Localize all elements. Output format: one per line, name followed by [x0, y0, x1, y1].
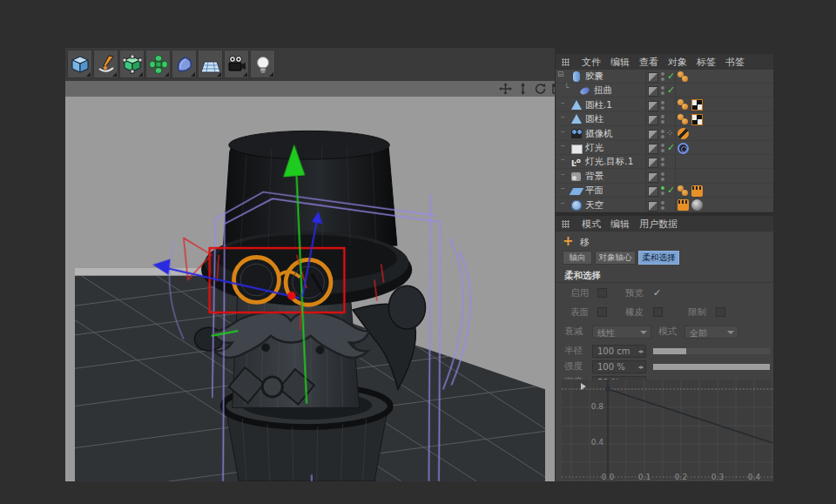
cone-object-icon: [571, 114, 582, 124]
mode-dropdown[interactable]: 全部: [684, 326, 738, 339]
object-row-平面[interactable]: –平面✓: [556, 184, 773, 198]
om-menu-书签[interactable]: 书签: [725, 56, 745, 69]
phong-tag-icon[interactable]: [678, 185, 689, 197]
layer-swatch[interactable]: [648, 72, 658, 83]
enabled-check-icon[interactable]: ✓: [667, 142, 675, 153]
object-row-圆柱[interactable]: –圆柱: [556, 112, 773, 126]
strength-slider[interactable]: [653, 364, 770, 370]
enabled-check-icon[interactable]: ✓: [667, 71, 675, 82]
tab-soft-selection[interactable]: 柔和选择: [638, 251, 679, 265]
gizmo-origin-point[interactable]: [287, 292, 296, 300]
falloff-curve-graph[interactable]: 0.80.40.00.10.20.30.4: [562, 380, 773, 480]
object-row-扭曲[interactable]: └扭曲✓: [556, 84, 773, 97]
am-menu-用户数据[interactable]: 用户数据: [639, 218, 678, 231]
visibility-dots[interactable]: [661, 115, 664, 124]
layer-swatch[interactable]: [648, 115, 658, 125]
om-menu-文件[interactable]: 文件: [582, 56, 601, 69]
visibility-dots[interactable]: [661, 186, 664, 195]
om-menu-对象[interactable]: 对象: [668, 56, 687, 69]
visibility-dots[interactable]: [661, 130, 664, 138]
camera-active-icon[interactable]: ⁘: [666, 128, 673, 138]
phong-tag-icon[interactable]: [678, 114, 689, 125]
object-row-圆柱.1[interactable]: –圆柱.1: [556, 98, 773, 112]
dolly-zoom-icon[interactable]: [516, 83, 529, 95]
om-menu-查看[interactable]: 查看: [639, 56, 658, 69]
radius-slider-fill: [653, 348, 686, 354]
toolbar-button-cube-primitive[interactable]: [67, 50, 92, 78]
radius-value: 100 cm: [597, 346, 630, 356]
layer-swatch[interactable]: [648, 101, 658, 111]
layer-swatch[interactable]: [648, 172, 658, 183]
visibility-dots[interactable]: [661, 172, 664, 181]
object-row-天空[interactable]: –天空: [556, 198, 773, 212]
visibility-dots[interactable]: [661, 72, 664, 81]
light-target-object-icon: Ŀo: [571, 157, 582, 167]
enabled-check-icon[interactable]: ✓: [667, 185, 675, 196]
model-button-2: [316, 346, 325, 354]
target-tag-icon[interactable]: [678, 143, 689, 154]
am-menu-编辑[interactable]: 编辑: [610, 218, 630, 231]
om-menu-标签[interactable]: 标签: [697, 56, 716, 69]
am-menu-模式[interactable]: 模式: [582, 218, 601, 231]
texture-checker-tag-icon[interactable]: [691, 99, 703, 111]
toolbar-button-array-modeling[interactable]: [145, 50, 171, 78]
phong-tag-icon[interactable]: [678, 99, 689, 111]
object-row-灯光[interactable]: –灯光✓: [556, 141, 773, 155]
capsule-object-icon: [571, 71, 582, 82]
om-menu-编辑[interactable]: 编辑: [610, 56, 630, 69]
toolbar-button-deformer[interactable]: [172, 50, 197, 78]
toolbar-button-light[interactable]: [250, 50, 275, 78]
divider: [556, 282, 773, 283]
limit-checkbox[interactable]: [716, 307, 725, 317]
visibility-dots[interactable]: [661, 86, 664, 95]
layer-swatch[interactable]: [648, 144, 658, 154]
viewport-3d-scene[interactable]: [65, 97, 555, 481]
tag-list: [678, 71, 689, 83]
object-row-背景[interactable]: –背景: [556, 170, 773, 184]
rotate-view-icon[interactable]: [534, 83, 547, 95]
object-row-胶囊[interactable]: ⊟胶囊✓: [556, 70, 773, 84]
falloff-dropdown[interactable]: 线性: [592, 326, 651, 339]
stepper-icon[interactable]: [637, 363, 644, 372]
sky-texture-tag-icon[interactable]: [691, 199, 703, 211]
layer-swatch[interactable]: [648, 186, 658, 197]
visibility-dots[interactable]: [661, 144, 664, 152]
protection-tag-icon[interactable]: [678, 128, 689, 139]
rubber-checkbox[interactable]: [653, 307, 663, 317]
panel-menu-icon[interactable]: [562, 220, 570, 228]
radius-input[interactable]: 100 cm: [592, 345, 646, 358]
tab-object-axis[interactable]: 对象轴心: [595, 251, 636, 265]
strength-input[interactable]: 100 %: [592, 360, 646, 373]
compositing-tag-icon[interactable]: [691, 185, 703, 197]
toolbar-button-camera[interactable]: [224, 50, 249, 78]
object-row-摄像机[interactable]: –摄像机⁘: [556, 127, 773, 141]
panel-menu-icon[interactable]: [562, 58, 570, 66]
enable-checkbox[interactable]: [597, 288, 607, 298]
tab-axis[interactable]: 轴向: [563, 251, 592, 265]
row-surface: 表面 橡皮 限制: [556, 306, 773, 322]
preview-checkmark[interactable]: ✓: [653, 287, 661, 299]
radius-slider[interactable]: [653, 348, 770, 354]
layer-swatch[interactable]: [648, 130, 658, 140]
layer-swatch[interactable]: [648, 201, 658, 212]
visibility-dots[interactable]: [661, 101, 664, 110]
expand-toggle-icon[interactable]: ⊟: [557, 70, 570, 84]
toolbar-button-spline-pen[interactable]: [93, 50, 118, 78]
layer-swatch[interactable]: [648, 86, 658, 97]
visibility-dots[interactable]: [661, 201, 664, 210]
tree-branch-icon: └: [564, 84, 576, 97]
object-row-灯光.目标.1[interactable]: –Ŀo灯光.目标.1: [556, 155, 773, 169]
object-manager-list[interactable]: ⊟胶囊✓└扭曲✓–圆柱.1–圆柱–摄像机⁘–灯光✓–Ŀo灯光.目标.1–背景–平…: [556, 70, 773, 212]
layer-swatch[interactable]: [648, 158, 658, 168]
texture-checker-tag-icon[interactable]: [691, 114, 703, 125]
compositing-tag-icon[interactable]: [678, 199, 689, 211]
pan-icon[interactable]: [499, 83, 512, 95]
surface-checkbox[interactable]: [597, 307, 607, 317]
visibility-dots[interactable]: [661, 158, 664, 166]
enabled-check-icon[interactable]: ✓: [667, 84, 675, 96]
stepper-icon[interactable]: [637, 347, 644, 356]
toolbar-button-editable-mesh[interactable]: [119, 50, 145, 78]
row-radius: 半径 100 cm: [556, 345, 773, 360]
phong-tag-icon[interactable]: [678, 71, 689, 83]
toolbar-button-floor-environment[interactable]: [198, 50, 223, 78]
